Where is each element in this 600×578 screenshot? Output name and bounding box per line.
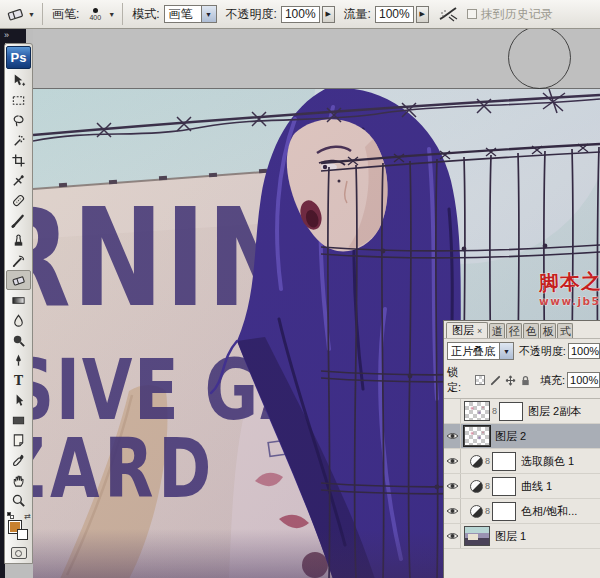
- adjustment-layer-icon[interactable]: [470, 455, 483, 468]
- layer-name[interactable]: 选取颜色 1: [521, 454, 574, 469]
- tab-close-icon[interactable]: ×: [477, 326, 482, 336]
- blend-mode-row: 正片叠底 ▼ 不透明度: 100%: [444, 338, 600, 363]
- layer-name[interactable]: 图层 2: [495, 429, 526, 444]
- lock-all-button[interactable]: [519, 374, 531, 386]
- flow-slider-button[interactable]: ▶: [416, 6, 429, 23]
- visibility-toggle[interactable]: [444, 524, 461, 548]
- brush-tool[interactable]: [6, 210, 31, 230]
- panel-opacity-label: 不透明度:: [519, 344, 566, 359]
- eye-icon: [446, 456, 459, 466]
- toolbox: Ps: [4, 43, 33, 564]
- layer-row-layer1[interactable]: 图层 1: [444, 524, 600, 549]
- tab-paths[interactable]: 径: [506, 323, 522, 338]
- blur-tool-icon: [11, 313, 26, 328]
- layer-mask-thumbnail[interactable]: [492, 452, 516, 471]
- notes-tool[interactable]: [6, 430, 31, 450]
- crop-tool[interactable]: [6, 150, 31, 170]
- slice-tool[interactable]: [6, 170, 31, 190]
- tab-swatches[interactable]: 板: [540, 323, 556, 338]
- adjustment-layer-icon[interactable]: [470, 480, 483, 493]
- history-brush-tool-icon: [11, 253, 26, 268]
- mode-label: 模式:: [132, 6, 159, 23]
- visibility-toggle[interactable]: [444, 474, 461, 498]
- lock-transparency-button[interactable]: [474, 374, 486, 386]
- layer-row-layer2[interactable]: 图层 2: [444, 424, 600, 449]
- adjustment-layer-icon[interactable]: [470, 505, 483, 518]
- magic-wand-tool[interactable]: [6, 130, 31, 150]
- magic-wand-tool-icon: [11, 133, 26, 148]
- history-brush-tool[interactable]: [6, 250, 31, 270]
- tab-channels[interactable]: 道: [489, 323, 505, 338]
- layer-row-curves[interactable]: 8 曲线 1: [444, 474, 600, 499]
- flow-label: 流量:: [344, 6, 371, 23]
- path-select-tool[interactable]: [6, 390, 31, 410]
- layer-row-selective-color[interactable]: 8 选取颜色 1: [444, 449, 600, 474]
- layer-mask-thumbnail[interactable]: [492, 502, 516, 521]
- layer-name[interactable]: 图层 2副本: [528, 404, 581, 419]
- dropdown-arrow-icon[interactable]: ▼: [201, 6, 216, 22]
- divider: [122, 3, 123, 25]
- brush-preset-picker[interactable]: 400: [84, 8, 106, 21]
- layer-mask-thumbnail[interactable]: [499, 402, 523, 421]
- layer-name[interactable]: 图层 1: [495, 529, 526, 544]
- fill-input[interactable]: 100%: [567, 372, 600, 388]
- lock-pixels-button[interactable]: [489, 374, 501, 386]
- hand-tool[interactable]: [6, 470, 31, 490]
- eyedropper-tool[interactable]: [6, 450, 31, 470]
- checkbox-icon[interactable]: [467, 9, 477, 19]
- quick-mask-button[interactable]: [11, 547, 27, 559]
- panel-opacity-input[interactable]: 100%: [568, 343, 600, 359]
- layer-name[interactable]: 曲线 1: [521, 479, 552, 494]
- healing-brush-tool[interactable]: [6, 190, 31, 210]
- brush-label: 画笔:: [52, 6, 79, 23]
- layer-name[interactable]: 色相/饱和...: [521, 504, 577, 519]
- mode-dropdown[interactable]: 画笔 ▼: [164, 5, 217, 23]
- layer-thumbnail[interactable]: [464, 526, 490, 546]
- fill-label: 填充:: [540, 373, 565, 388]
- type-tool[interactable]: T: [6, 370, 31, 390]
- gradient-tool[interactable]: [6, 290, 31, 310]
- move-tool[interactable]: [6, 70, 31, 90]
- pen-tool[interactable]: [6, 350, 31, 370]
- airbrush-icon[interactable]: [437, 5, 459, 23]
- visibility-toggle[interactable]: [444, 449, 461, 473]
- default-colors-icon[interactable]: [7, 512, 14, 519]
- clone-stamp-tool[interactable]: [6, 230, 31, 250]
- marquee-tool[interactable]: [6, 90, 31, 110]
- blur-tool[interactable]: [6, 310, 31, 330]
- shape-tool[interactable]: [6, 410, 31, 430]
- erase-to-history-toggle[interactable]: 抹到历史记录: [467, 6, 553, 23]
- dock-collapse-button[interactable]: »: [0, 29, 26, 43]
- tab-styles[interactable]: 式: [557, 323, 573, 338]
- slice-tool-icon: [11, 173, 26, 188]
- visibility-toggle[interactable]: [444, 499, 461, 523]
- swap-colors-icon[interactable]: ⇄: [24, 512, 31, 521]
- dodge-tool-icon: [11, 333, 26, 348]
- background-color-swatch[interactable]: [17, 529, 28, 540]
- layer-thumbnail[interactable]: [464, 426, 490, 446]
- visibility-toggle[interactable]: [444, 399, 461, 423]
- chevron-down-icon[interactable]: ▼: [108, 11, 115, 18]
- zoom-tool[interactable]: [6, 490, 31, 510]
- layer-thumbnail[interactable]: [464, 401, 490, 421]
- opacity-input[interactable]: 100%: [281, 6, 320, 23]
- eraser-tool[interactable]: [6, 270, 31, 290]
- tool-preset-button[interactable]: ▼: [6, 6, 35, 22]
- ps-logo: Ps: [6, 46, 31, 69]
- layer-mask-thumbnail[interactable]: [492, 477, 516, 496]
- tab-color[interactable]: 色: [523, 323, 539, 338]
- brush-cursor-outline: [508, 26, 571, 89]
- lock-position-button[interactable]: [504, 374, 516, 386]
- hand-tool-icon: [11, 473, 26, 488]
- tab-layers[interactable]: 图层 ×: [446, 322, 488, 338]
- flow-input[interactable]: 100%: [375, 6, 414, 23]
- visibility-toggle[interactable]: [444, 424, 461, 448]
- opacity-slider-button[interactable]: ▶: [322, 6, 335, 23]
- dropdown-arrow-icon[interactable]: ▼: [499, 343, 513, 359]
- layer-row-layer2-copy[interactable]: 8 图层 2副本: [444, 399, 600, 424]
- layer-row-hue-saturation[interactable]: 8 色相/饱和...: [444, 499, 600, 524]
- blend-mode-dropdown[interactable]: 正片叠底 ▼: [447, 342, 514, 360]
- pen-tool-icon: [11, 353, 26, 368]
- dodge-tool[interactable]: [6, 330, 31, 350]
- lasso-tool[interactable]: [6, 110, 31, 130]
